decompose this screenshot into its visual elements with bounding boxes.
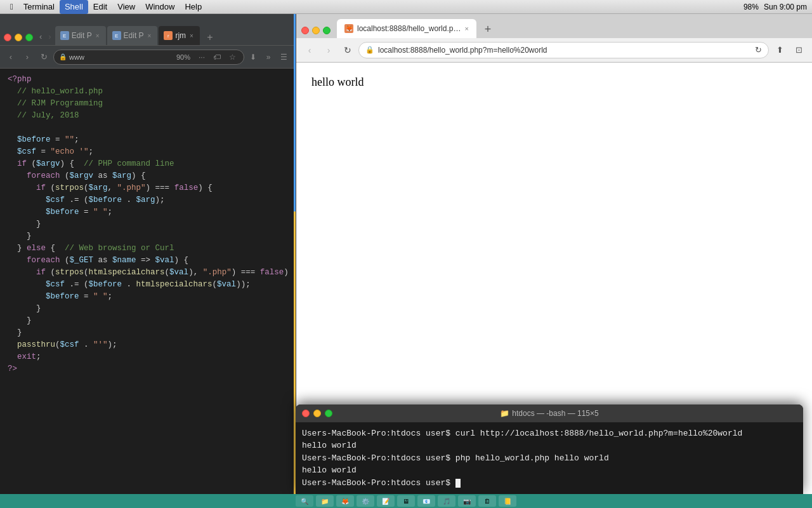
apple-menu[interactable]: : [5, 0, 18, 14]
browser-nav-bar: ‹ › ↻ 🔒 localhost:8888/hello_world.php?m…: [296, 38, 812, 62]
dock-item-11[interactable]: 📒: [499, 495, 516, 507]
browser-maximize-button[interactable]: [323, 27, 331, 34]
browser-active-tab[interactable]: 🦊 localhost:8888/hello_world.php?m=hello…: [337, 19, 476, 38]
tab-2-icon: E: [112, 31, 121, 40]
code-line: if ($argv) { // PHP command line: [0, 158, 294, 170]
dock-items: 🔍 📁 🦊 ⚙️ 📝 🖥 📧 🎵 📷 🗓 📒: [296, 495, 516, 507]
clock: Sun 9:00 pm: [764, 3, 807, 11]
editor-tab-3[interactable]: r rjm ×: [159, 26, 200, 45]
tab-2-close[interactable]: ×: [147, 32, 153, 40]
browser-forward-button[interactable]: ›: [320, 42, 337, 58]
browser-tab-close[interactable]: ×: [465, 25, 469, 32]
terminal-cursor: [455, 479, 461, 488]
menu-help[interactable]: Help: [180, 0, 207, 14]
menu-edit[interactable]: Edit: [88, 0, 112, 14]
tab-1-label: Edit P: [72, 31, 92, 40]
terminal-title: 📁 htdocs — -bash — 115×5: [500, 409, 598, 418]
code-editor[interactable]: <?php // hello_world.php // RJM Programm…: [0, 69, 294, 508]
zoom-level: 90%: [174, 53, 193, 61]
browser-tab-add-button[interactable]: +: [479, 20, 497, 38]
terminal-maximize-button[interactable]: [325, 410, 332, 417]
terminal-minimize-button[interactable]: [313, 410, 321, 417]
dock: 🔍 📁 🦊 ⚙️ 📝 🖥 📧 🎵 📷 🗓 📒: [0, 494, 812, 508]
minimize-button[interactable]: [15, 34, 22, 41]
code-line: // hello_world.php: [0, 86, 294, 98]
code-line: $csf .= ($before . htmlspecialchars($val…: [0, 279, 294, 291]
terminal-folder-icon: 📁: [500, 409, 509, 418]
browser-share-button[interactable]: ⬆: [771, 42, 788, 58]
code-line: }: [0, 231, 294, 243]
browser-back-button[interactable]: ‹: [301, 42, 318, 58]
editor-refresh-button[interactable]: ↻: [37, 50, 51, 64]
dock-item-4[interactable]: ⚙️: [357, 495, 374, 507]
dock-item-5[interactable]: 📝: [377, 495, 395, 507]
close-button[interactable]: [4, 34, 11, 41]
menu-terminal[interactable]: Terminal: [18, 0, 60, 14]
dock-item-10[interactable]: 🗓: [478, 495, 496, 507]
code-line: // RJM Programming: [0, 98, 294, 110]
menu-view[interactable]: View: [112, 0, 140, 14]
code-line: }: [0, 327, 294, 339]
terminal-title-text: htdocs — -bash — 115×5: [512, 409, 598, 418]
editor-tab-2[interactable]: E Edit P ×: [107, 26, 158, 45]
dock-item-2[interactable]: 📁: [316, 495, 334, 507]
code-line: foreach ($_GET as $name => $val) {: [0, 255, 294, 267]
editor-tab-1[interactable]: E Edit P ×: [55, 26, 106, 45]
terminal-line-1: Users-MacBook-Pro:htdocs user$ curl http…: [302, 427, 797, 440]
tab-3-close[interactable]: ×: [188, 32, 195, 40]
url-extension-button[interactable]: »: [262, 51, 275, 64]
dock-item-6[interactable]: 🖥: [397, 495, 415, 507]
editor-panel: ‹ › E Edit P × E Edit P × r rjm ×: [0, 14, 294, 508]
dock-item-1[interactable]: 🔍: [296, 495, 313, 507]
menu-bar:  Terminal Shell Edit View Window Help 9…: [0, 0, 812, 14]
editor-back-button[interactable]: ‹: [4, 50, 18, 64]
terminal-window: 📁 htdocs — -bash — 115×5 Users-MacBook-P…: [296, 404, 803, 495]
tab-2-label: Edit P: [124, 31, 144, 40]
code-line: if (strpos(htmlspecialchars($val), ".php…: [0, 267, 294, 279]
dock-item-9[interactable]: 📷: [458, 495, 476, 507]
url-star-button[interactable]: ☆: [226, 51, 239, 64]
url-download-button[interactable]: ⬇: [247, 51, 259, 64]
menubar-right: 98% Sun 9:00 pm: [743, 3, 807, 11]
code-line: if (strpos($arg, ".php") === false) {: [0, 182, 294, 194]
dock-item-7[interactable]: 📧: [417, 495, 435, 507]
code-line: $before = "";: [0, 134, 294, 146]
code-line: $csf = "echo '";: [0, 146, 294, 158]
tab-prev-button[interactable]: ‹: [37, 30, 44, 43]
terminal-content[interactable]: Users-MacBook-Pro:htdocs user$ curl http…: [296, 422, 803, 495]
browser-tab-title: localhost:8888/hello_world.php?m=hello w…: [357, 24, 461, 33]
code-line: $before = " ";: [0, 291, 294, 303]
tab-1-close[interactable]: ×: [95, 32, 101, 40]
dock-item-8[interactable]: 🎵: [438, 495, 455, 507]
tab-add-button[interactable]: +: [202, 30, 218, 45]
browser-minimize-button[interactable]: [312, 27, 320, 34]
browser-url-display: localhost:8888/hello_world.php?m=hello%2…: [378, 46, 751, 55]
terminal-line-2: hello world: [302, 439, 797, 452]
browser-close-button[interactable]: [301, 27, 309, 34]
browser-tabs-bar: 🦊 localhost:8888/hello_world.php?m=hello…: [296, 14, 812, 38]
editor-url-bar: ‹ › ↻ 🔒 www 90% ··· 🏷 ☆ ⬇ » ☰: [0, 46, 294, 69]
tab-1-icon: E: [60, 31, 69, 40]
terminal-close-button[interactable]: [302, 410, 310, 417]
tab-nav: ‹ ›: [37, 30, 54, 45]
browser-url-bar[interactable]: 🔒 localhost:8888/hello_world.php?m=hello…: [358, 42, 769, 58]
tab-next-button[interactable]: ›: [46, 30, 53, 43]
dock-item-3[interactable]: 🦊: [336, 495, 354, 507]
url-more-button[interactable]: ···: [195, 51, 208, 64]
menu-window[interactable]: Window: [140, 0, 180, 14]
terminal-line-4: hello world: [302, 464, 797, 477]
editor-url-input-wrapper[interactable]: 🔒 www 90% ··· 🏷 ☆: [53, 50, 244, 65]
code-line: foreach ($argv as $arg) {: [0, 170, 294, 182]
browser-reading-view-button[interactable]: ⊡: [790, 42, 807, 58]
tab-3-label: rjm: [175, 31, 186, 40]
browser-refresh-button[interactable]: ↻: [339, 42, 356, 58]
editor-forward-button[interactable]: ›: [20, 50, 34, 64]
maximize-button[interactable]: [25, 34, 33, 41]
code-line: passthru($csf . "'");: [0, 339, 294, 351]
url-hamburger-button[interactable]: ☰: [277, 51, 290, 64]
url-pocket-button[interactable]: 🏷: [211, 51, 223, 64]
tab-3-icon: r: [164, 31, 173, 40]
browser-url-refresh-icon[interactable]: ↻: [755, 45, 762, 55]
menu-shell[interactable]: Shell: [60, 0, 88, 14]
code-line: <?php: [0, 74, 294, 86]
